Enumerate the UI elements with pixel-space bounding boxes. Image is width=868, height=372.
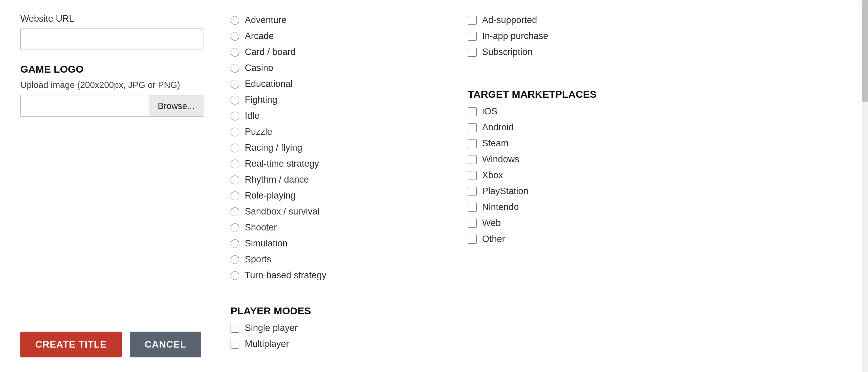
genre-label: Idle xyxy=(245,111,260,121)
right-column: Ad-supportedIn-app purchaseSubscription … xyxy=(461,14,848,357)
genre-label: Role-playing xyxy=(245,190,296,201)
genre-item: Sports xyxy=(231,253,441,266)
genre-label: Shooter xyxy=(245,222,277,233)
genre-item: Adventure xyxy=(231,14,441,27)
genre-label: Fighting xyxy=(245,95,277,105)
scrollbar-thumb[interactable] xyxy=(862,0,868,102)
monetization-checkbox-1[interactable] xyxy=(468,32,477,41)
genre-item: Simulation xyxy=(231,237,441,250)
browse-button[interactable]: Browse... xyxy=(149,95,203,116)
genre-radio-16[interactable] xyxy=(231,271,239,280)
genre-radio-1[interactable] xyxy=(231,32,239,41)
genre-radio-13[interactable] xyxy=(231,223,239,232)
genre-radio-2[interactable] xyxy=(231,48,239,57)
marketplace-label: Other xyxy=(482,234,505,244)
cancel-button[interactable]: CANCEL xyxy=(130,332,201,357)
left-column: Website URL GAME LOGO Upload image (200x… xyxy=(20,14,231,357)
genre-label: Sports xyxy=(245,254,271,265)
target-marketplaces-checkbox-group: iOSAndroidSteamWindowsXboxPlayStationNin… xyxy=(468,105,848,246)
genre-item: Role-playing xyxy=(231,189,441,202)
website-url-input[interactable] xyxy=(20,28,203,50)
genre-item: Card / board xyxy=(231,45,441,59)
genre-label: Turn-based strategy xyxy=(245,270,327,281)
player-mode-checkbox-0[interactable] xyxy=(231,324,239,333)
genre-radio-6[interactable] xyxy=(231,112,239,120)
genre-item: Puzzle xyxy=(231,125,441,138)
marketplace-label: PlayStation xyxy=(482,186,529,197)
genre-radio-4[interactable] xyxy=(231,80,239,89)
marketplace-checkbox-7[interactable] xyxy=(468,219,477,228)
marketplace-checkbox-4[interactable] xyxy=(468,171,477,180)
player-mode-item: Multiplayer xyxy=(231,337,441,351)
genre-radio-12[interactable] xyxy=(231,207,239,216)
genre-radio-5[interactable] xyxy=(231,96,239,105)
genre-radio-10[interactable] xyxy=(231,175,239,184)
website-url-label: Website URL xyxy=(20,14,217,24)
monetization-label: In-app purchase xyxy=(482,31,548,41)
marketplace-item: Web xyxy=(468,217,848,230)
monetization-item: Ad-supported xyxy=(468,14,848,27)
marketplace-label: Xbox xyxy=(482,170,503,181)
marketplace-item: iOS xyxy=(468,105,848,118)
monetization-checkbox-0[interactable] xyxy=(468,16,477,25)
genre-item: Sandbox / survival xyxy=(231,205,441,218)
monetization-item: In-app purchase xyxy=(468,30,848,43)
genre-item: Fighting xyxy=(231,93,441,107)
marketplace-item: Nintendo xyxy=(468,201,848,214)
genre-radio-14[interactable] xyxy=(231,239,239,248)
create-title-button[interactable]: CREATE TITLE xyxy=(20,332,122,357)
marketplace-checkbox-1[interactable] xyxy=(468,123,477,132)
action-buttons: CREATE TITLE CANCEL xyxy=(20,311,217,357)
target-marketplaces-heading: TARGET MARKETPLACES xyxy=(468,89,848,100)
marketplace-label: Web xyxy=(482,218,501,228)
player-mode-item: Single player xyxy=(231,321,441,335)
genre-item: Rhythm / dance xyxy=(231,173,441,186)
genre-label: Rhythm / dance xyxy=(245,174,309,185)
genre-item: Arcade xyxy=(231,30,441,43)
genre-label: Puzzle xyxy=(245,127,272,137)
genre-label: Real-time strategy xyxy=(245,159,319,169)
marketplace-checkbox-5[interactable] xyxy=(468,187,477,196)
player-mode-checkbox-1[interactable] xyxy=(231,340,239,349)
genre-radio-3[interactable] xyxy=(231,64,239,73)
genre-radio-group: AdventureArcadeCard / boardCasinoEducati… xyxy=(231,14,441,282)
genre-label: Simulation xyxy=(245,238,288,249)
genre-radio-11[interactable] xyxy=(231,191,239,200)
genre-label: Arcade xyxy=(245,31,274,41)
monetization-checkbox-2[interactable] xyxy=(468,48,477,57)
genre-item: Casino xyxy=(231,61,441,75)
monetization-label: Ad-supported xyxy=(482,15,537,25)
genre-radio-9[interactable] xyxy=(231,160,239,168)
genre-radio-0[interactable] xyxy=(231,16,239,25)
marketplace-label: Windows xyxy=(482,154,519,165)
genre-radio-8[interactable] xyxy=(231,144,239,152)
scrollbar-track[interactable] xyxy=(862,0,868,372)
player-modes-heading: PLAYER MODES xyxy=(231,305,441,317)
marketplace-item: PlayStation xyxy=(468,185,848,198)
monetization-section: Ad-supportedIn-app purchaseSubscription xyxy=(468,14,848,66)
marketplace-checkbox-2[interactable] xyxy=(468,139,477,148)
marketplace-item: Steam xyxy=(468,137,848,150)
marketplace-label: Android xyxy=(482,122,514,133)
genre-label: Adventure xyxy=(245,15,287,25)
marketplace-checkbox-0[interactable] xyxy=(468,107,477,116)
marketplace-checkbox-6[interactable] xyxy=(468,203,477,212)
genre-radio-7[interactable] xyxy=(231,128,239,136)
marketplace-checkbox-3[interactable] xyxy=(468,155,477,164)
file-path-input[interactable] xyxy=(21,95,149,116)
marketplace-item: Android xyxy=(468,121,848,134)
genre-item: Shooter xyxy=(231,221,441,234)
genre-label: Casino xyxy=(245,63,273,73)
upload-instruction: Upload image (200x200px, JPG or PNG) xyxy=(20,80,217,90)
marketplace-checkbox-8[interactable] xyxy=(468,235,477,244)
file-upload-row: Browse... xyxy=(20,95,203,117)
player-mode-label: Single player xyxy=(245,323,298,333)
genre-radio-15[interactable] xyxy=(231,255,239,264)
monetization-item: Subscription xyxy=(468,45,848,59)
genre-item: Educational xyxy=(231,77,441,91)
player-mode-label: Multiplayer xyxy=(245,339,289,349)
genre-label: Card / board xyxy=(245,47,296,57)
game-logo-heading: GAME LOGO xyxy=(20,63,217,75)
genre-label: Racing / flying xyxy=(245,143,302,153)
marketplace-label: iOS xyxy=(482,106,497,117)
